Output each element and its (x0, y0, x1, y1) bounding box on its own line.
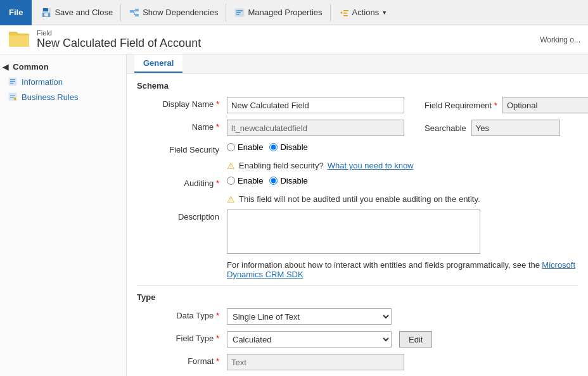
auditing-control-area: Enable Disable (227, 176, 578, 185)
display-name-row: Display Name * Field Requirement * (137, 97, 578, 113)
description-textarea[interactable] (227, 210, 480, 254)
svg-rect-3 (44, 13, 48, 16)
field-security-link[interactable]: What you need to know (328, 161, 414, 170)
svg-rect-19 (10, 81, 15, 82)
data-type-control-area: Single Line of Text (227, 308, 578, 325)
svg-rect-6 (135, 14, 139, 16)
data-type-select[interactable]: Single Line of Text (227, 308, 392, 325)
format-value (227, 354, 404, 370)
name-control-area: Searchable (227, 120, 578, 136)
display-name-input[interactable] (227, 97, 404, 113)
auditing-enable-radio[interactable] (227, 177, 235, 185)
auditing-radio-group: Enable Disable (227, 176, 308, 185)
display-name-label: Display Name * (137, 97, 219, 109)
searchable-group: Searchable (425, 120, 560, 136)
svg-rect-1 (43, 8, 48, 11)
svg-rect-4 (130, 10, 134, 13)
page-header-left: Field New Calculated Field of Account (8, 29, 201, 50)
auditing-enable-option[interactable]: Enable (227, 176, 263, 185)
sidebar-item-business-rules-label: Business Rules (22, 92, 79, 102)
field-requirement-group: Field Requirement * (425, 97, 588, 113)
save-and-close-button[interactable]: Save and Close (35, 3, 118, 23)
data-type-row: Data Type * Single Line of Text (137, 308, 578, 325)
info-text: For information about how to interact wi… (227, 260, 578, 279)
page-title-block: Field New Calculated Field of Account (37, 29, 201, 50)
data-type-label: Data Type * (137, 308, 219, 320)
svg-rect-10 (236, 10, 243, 11)
field-security-warning-row: ⚠ Enabling field security? What you need… (227, 161, 578, 171)
sidebar: ◀ Common Information (0, 54, 127, 376)
svg-rect-5 (135, 9, 139, 11)
sidebar-item-information[interactable]: Information (0, 74, 126, 89)
edit-button[interactable]: Edit (399, 331, 432, 348)
display-name-required: * (216, 99, 219, 109)
format-label: Format * (137, 354, 219, 366)
svg-line-7 (134, 10, 135, 11)
description-control-area (227, 210, 578, 254)
name-input[interactable] (227, 120, 404, 136)
searchable-label: Searchable (425, 123, 466, 133)
managed-properties-icon (234, 7, 245, 18)
field-security-radio-group: Enable Disable (227, 142, 308, 152)
managed-properties-label: Managed Properties (248, 8, 322, 17)
searchable-value (471, 120, 560, 136)
field-security-control-area: Enable Disable (227, 142, 578, 152)
svg-rect-16 (343, 15, 348, 16)
sidebar-item-information-label: Information (22, 77, 63, 87)
field-security-warning-text: Enabling field security? (239, 161, 324, 170)
tab-general[interactable]: General (134, 54, 182, 73)
field-type-label: Field Type * (137, 331, 219, 343)
field-type-select[interactable]: Calculated (227, 331, 392, 348)
sidebar-section-title: ◀ Common (0, 60, 126, 74)
save-and-close-label: Save and Close (54, 8, 113, 17)
toolbar: File Save and Close (0, 0, 588, 25)
page-subtitle: Field (37, 29, 201, 37)
svg-rect-14 (343, 10, 348, 11)
actions-icon (338, 7, 350, 18)
display-name-control-area: Field Requirement * (227, 97, 588, 113)
sep3 (330, 4, 331, 22)
status-text: Working o... (540, 35, 580, 44)
field-requirement-required: * (494, 101, 497, 110)
sidebar-item-business-rules[interactable]: ✓ Business Rules (0, 89, 126, 104)
form-divider (137, 285, 578, 286)
managed-properties-button[interactable]: Managed Properties (229, 3, 327, 23)
svg-rect-18 (10, 79, 15, 80)
field-security-disable-option[interactable]: Disable (269, 142, 307, 152)
sep1 (120, 4, 121, 22)
field-security-label: Field Security (137, 142, 219, 154)
auditing-warning-text: This field will not be audited until you… (239, 194, 480, 204)
auditing-disable-radio[interactable] (269, 177, 278, 185)
file-tab[interactable]: File (0, 0, 32, 25)
field-security-disable-radio[interactable] (269, 143, 278, 151)
format-row: Format * (137, 354, 578, 370)
show-dependencies-label: Show Dependencies (143, 8, 218, 17)
name-row: Name * Searchable (137, 120, 578, 136)
svg-rect-15 (343, 13, 347, 14)
save-icon (41, 7, 52, 18)
field-security-enable-label: Enable (238, 142, 263, 152)
description-label: Description (137, 210, 219, 222)
auditing-disable-option[interactable]: Disable (269, 176, 307, 185)
svg-rect-11 (236, 12, 241, 13)
folder-icon (8, 29, 30, 50)
auditing-label: Auditing * (137, 176, 219, 188)
auditing-warning-icon: ⚠ (227, 194, 235, 204)
auditing-warning-row: ⚠ This field will not be audited until y… (227, 194, 578, 204)
data-type-required: * (216, 311, 219, 320)
field-security-enable-radio[interactable] (227, 143, 235, 151)
type-section-title: Type (137, 292, 578, 302)
name-label: Name * (137, 120, 219, 132)
svg-text:✓: ✓ (15, 92, 18, 101)
name-required: * (216, 122, 219, 132)
field-security-enable-option[interactable]: Enable (227, 142, 263, 152)
svg-line-8 (134, 11, 135, 15)
show-dependencies-button[interactable]: Show Dependencies (124, 3, 223, 23)
field-security-row: Field Security Enable Disable (137, 142, 578, 154)
content-area: ◀ Common Information (0, 54, 588, 376)
form-area: Schema Display Name * Field Requirement … (127, 73, 588, 376)
main-container: Field New Calculated Field of Account Wo… (0, 25, 588, 376)
main-panel: General Schema Display Name * (127, 54, 588, 376)
actions-button[interactable]: Actions ▼ (333, 3, 393, 23)
auditing-required: * (216, 179, 219, 188)
